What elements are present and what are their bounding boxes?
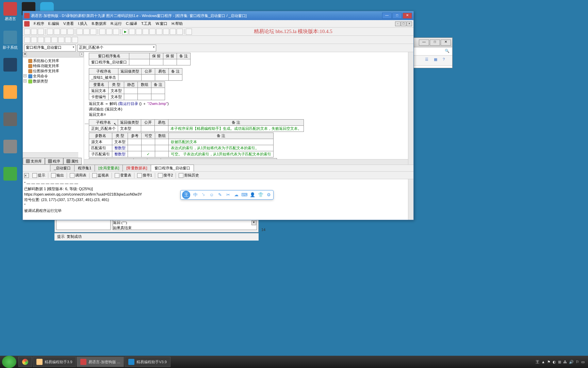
task-helper[interactable]: 精易编程助手V3.9 bbox=[125, 357, 170, 367]
redo-icon[interactable] bbox=[83, 29, 89, 35]
debug-tab[interactable]: 提示 bbox=[30, 172, 47, 179]
layout2-icon[interactable] bbox=[106, 29, 112, 35]
tab[interactable]: [常量数据表] bbox=[122, 165, 151, 171]
debug-tab[interactable]: 输出 bbox=[49, 172, 66, 179]
pin-icon[interactable]: ⊞ bbox=[23, 52, 27, 56]
tab[interactable]: [全局变量表] bbox=[95, 165, 123, 171]
menu-database[interactable]: B.数据库 bbox=[89, 20, 108, 27]
close-button[interactable]: ✕ bbox=[441, 40, 451, 46]
tb2-icon[interactable] bbox=[72, 37, 78, 43]
tray-volume-icon[interactable]: 🔊 bbox=[569, 360, 574, 364]
tray-icon[interactable]: ⚑ bbox=[547, 360, 551, 364]
save-icon[interactable] bbox=[38, 29, 44, 35]
mdi-close[interactable]: × bbox=[407, 21, 412, 26]
stepout-icon[interactable] bbox=[156, 29, 162, 35]
menu-compile[interactable]: C.编译 bbox=[124, 20, 139, 27]
pause-icon[interactable] bbox=[136, 29, 142, 35]
module-combo[interactable]: 窗口程序集_启动窗口 bbox=[24, 45, 76, 51]
tray-icon[interactable]: ⊞ bbox=[558, 360, 561, 364]
debug-tab[interactable]: 剪辑历史 bbox=[177, 172, 201, 179]
copy-icon[interactable] bbox=[54, 29, 60, 35]
tab[interactable]: _启动窗口 bbox=[50, 165, 75, 171]
function-combo[interactable]: 正则_匹配单个 bbox=[77, 45, 156, 51]
breakpoint-icon[interactable] bbox=[163, 29, 169, 35]
ime-edit-icon[interactable]: ✎ bbox=[217, 192, 223, 198]
ime-skin-icon[interactable]: 👕 bbox=[258, 192, 264, 198]
menu-run[interactable]: R.运行 bbox=[109, 20, 124, 27]
tb2-icon[interactable] bbox=[38, 37, 44, 43]
desktop-icon[interactable] bbox=[2, 85, 18, 99]
menu-view[interactable]: V.查看 bbox=[61, 20, 76, 27]
debug-tab[interactable]: 调用表 bbox=[68, 172, 88, 179]
tb2-icon[interactable] bbox=[45, 37, 51, 43]
ime-toolbar[interactable]: 王 中 '› ☺ ✎ ✂ ☁ ⌨ 👤 👕 ⚙ bbox=[180, 190, 274, 200]
view-icon[interactable]: ☰ bbox=[425, 57, 432, 64]
tray-icon[interactable]: ◐ bbox=[553, 360, 556, 364]
system-tray[interactable]: 王 ▲ ⚑ ◐ ⊞ 🖧 🔊 ⚐ ▭ bbox=[536, 359, 588, 365]
debug-tab[interactable]: 监视表 bbox=[90, 172, 111, 179]
close-button[interactable]: ✕ bbox=[403, 13, 412, 19]
tb2-icon[interactable] bbox=[24, 37, 30, 43]
titlebar[interactable]: 易语言-加密狗版 - D:\录制的课程\第四十九课 图片二维码识别\1.e - … bbox=[23, 11, 413, 20]
task-chrome[interactable] bbox=[18, 357, 32, 367]
menu-edit[interactable]: E.编辑 bbox=[46, 20, 61, 27]
find-icon[interactable] bbox=[90, 29, 96, 35]
tray-icon[interactable]: ▲ bbox=[541, 360, 545, 364]
minimize-button[interactable]: — bbox=[419, 40, 429, 46]
menu-help[interactable]: H.帮助 bbox=[169, 20, 185, 27]
desktop-icon[interactable] bbox=[2, 112, 18, 127]
tab-properties[interactable]: 属性 bbox=[63, 158, 82, 165]
tb2-icon[interactable] bbox=[58, 37, 64, 43]
tab[interactable]: 窗口程序集_启动窗口 bbox=[151, 165, 194, 171]
cut-icon[interactable] bbox=[47, 29, 53, 35]
layout3-icon[interactable] bbox=[113, 29, 119, 35]
desktop-icon[interactable]: 影子系统 bbox=[2, 31, 18, 50]
debug-tab[interactable]: 变量表 bbox=[113, 172, 133, 179]
paste-icon[interactable] bbox=[61, 29, 67, 35]
tray-network-icon[interactable]: 🖧 bbox=[563, 360, 567, 364]
desktop-icon[interactable] bbox=[2, 167, 18, 181]
paste2-icon[interactable] bbox=[67, 29, 74, 35]
tb-icon[interactable] bbox=[177, 29, 183, 35]
tray-ime-icon[interactable]: 王 bbox=[536, 359, 539, 365]
grid-icon[interactable]: ▦ bbox=[434, 57, 441, 64]
menu-window[interactable]: W.窗口 bbox=[153, 20, 169, 27]
tree[interactable]: 系统核心支持库 特殊功能支持库 位图操作支持库 +全局命令 +数据类型 bbox=[23, 58, 84, 85]
debug-tab[interactable]: 搜寻2 bbox=[156, 172, 175, 179]
minimize-button[interactable]: — bbox=[382, 13, 392, 19]
ime-cut-icon[interactable]: ✂ bbox=[225, 192, 231, 198]
ime-gear-icon[interactable]: ⚙ bbox=[266, 192, 272, 198]
tb2-icon[interactable] bbox=[65, 37, 71, 43]
ime-user-icon[interactable]: 👤 bbox=[249, 192, 256, 198]
ime-keyboard-icon[interactable]: ⌨ bbox=[241, 192, 247, 198]
task-explorer[interactable]: 精易编程助手3.9 bbox=[33, 357, 76, 367]
menu-file[interactable]: F.程序 bbox=[32, 20, 46, 27]
tray-icon[interactable]: ⚐ bbox=[576, 360, 579, 364]
open-icon[interactable] bbox=[31, 29, 37, 35]
tab-program[interactable]: 程序 bbox=[45, 158, 63, 165]
desktop-icon[interactable] bbox=[2, 140, 18, 154]
ime-emoji-icon[interactable]: ☺ bbox=[209, 192, 215, 198]
search-icon[interactable]: 🔍 bbox=[445, 49, 450, 54]
new-icon[interactable] bbox=[24, 29, 30, 35]
undo-icon[interactable] bbox=[77, 29, 83, 35]
stop-icon[interactable] bbox=[129, 29, 135, 35]
code-editor[interactable]: 窗口程序集名保 留保 留备 注 窗口程序集_启动窗口 子程序名返回值类型公开易包… bbox=[84, 52, 413, 165]
tb2-icon[interactable] bbox=[51, 37, 58, 43]
ime-cloud-icon[interactable]: ☁ bbox=[233, 192, 239, 198]
start-button[interactable] bbox=[2, 356, 16, 368]
run-icon[interactable]: ▶ bbox=[122, 29, 128, 35]
task-eyuyan[interactable]: 易语言-加密狗版 ... bbox=[77, 357, 124, 367]
tb2-icon[interactable] bbox=[31, 37, 37, 43]
layout1-icon[interactable] bbox=[99, 29, 105, 35]
mdi-restore[interactable]: □ bbox=[401, 21, 406, 26]
ime-cn-icon[interactable]: 中 bbox=[192, 192, 198, 198]
step-icon[interactable] bbox=[143, 29, 149, 35]
ime-punct-icon[interactable]: '› bbox=[200, 192, 207, 198]
close-icon[interactable]: × bbox=[24, 173, 29, 178]
tab-support-lib[interactable]: 支持库 bbox=[23, 158, 45, 165]
stepover-icon[interactable] bbox=[149, 29, 156, 35]
maximize-button[interactable]: □ bbox=[392, 13, 402, 19]
menu-insert[interactable]: I.插入 bbox=[76, 20, 89, 27]
tb-icon[interactable] bbox=[186, 29, 192, 35]
